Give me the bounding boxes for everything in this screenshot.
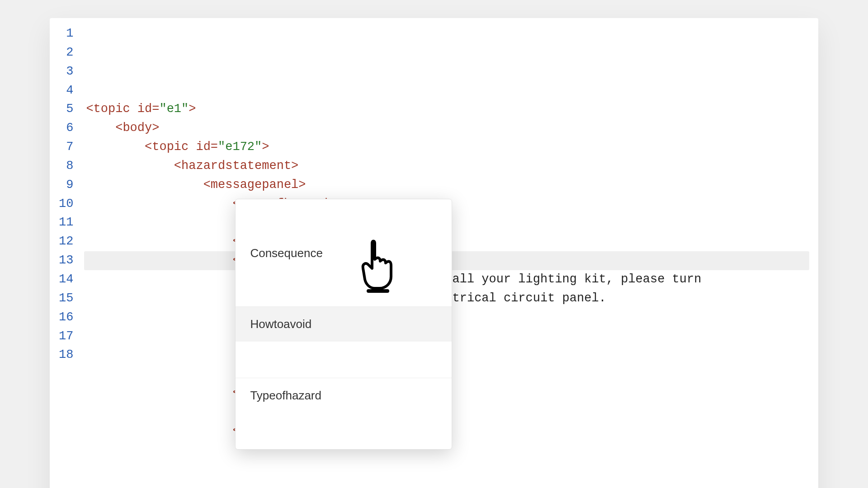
line-number: 1 xyxy=(59,24,73,43)
autocomplete-item-consequence[interactable]: Consequence xyxy=(236,236,452,270)
code-line[interactable]: <hazardstatement> xyxy=(86,157,809,176)
code-area[interactable]: <topic id="e1"> <body> <topic id="e172">… xyxy=(86,24,818,488)
line-number: 18 xyxy=(59,346,73,365)
line-number: 17 xyxy=(59,327,73,346)
line-number: 2 xyxy=(59,43,73,62)
code-line[interactable]: <topic id="e1"> xyxy=(86,100,809,119)
line-number: 7 xyxy=(59,138,73,157)
line-number: 9 xyxy=(59,176,73,195)
line-number: 15 xyxy=(59,289,73,308)
autocomplete-item-howtoavoid[interactable]: Howtoavoid xyxy=(236,306,452,341)
line-number: 3 xyxy=(59,62,73,81)
autocomplete-popup[interactable]: Consequence Howtoavoid Typeofhazard xyxy=(235,199,452,450)
code-editor-panel: 123456789101112131415161718 <topic id="e… xyxy=(50,18,818,488)
autocomplete-item-typeofhazard[interactable]: Typeofhazard xyxy=(236,378,452,413)
code-line[interactable]: <messagepanel> xyxy=(86,176,809,195)
line-number: 10 xyxy=(59,195,73,214)
line-number: 12 xyxy=(59,232,73,251)
code-editor[interactable]: 123456789101112131415161718 <topic id="e… xyxy=(50,18,818,488)
line-number: 5 xyxy=(59,100,73,119)
line-number: 16 xyxy=(59,308,73,327)
line-number-gutter: 123456789101112131415161718 xyxy=(50,24,86,488)
line-number: 8 xyxy=(59,157,73,176)
line-number: 4 xyxy=(59,81,73,100)
line-number: 13 xyxy=(59,251,73,270)
code-line[interactable]: <body> xyxy=(86,119,809,138)
line-number: 11 xyxy=(59,213,73,232)
code-line[interactable]: <topic id="e172"> xyxy=(86,138,809,157)
line-number: 14 xyxy=(59,270,73,289)
line-number: 6 xyxy=(59,119,73,138)
